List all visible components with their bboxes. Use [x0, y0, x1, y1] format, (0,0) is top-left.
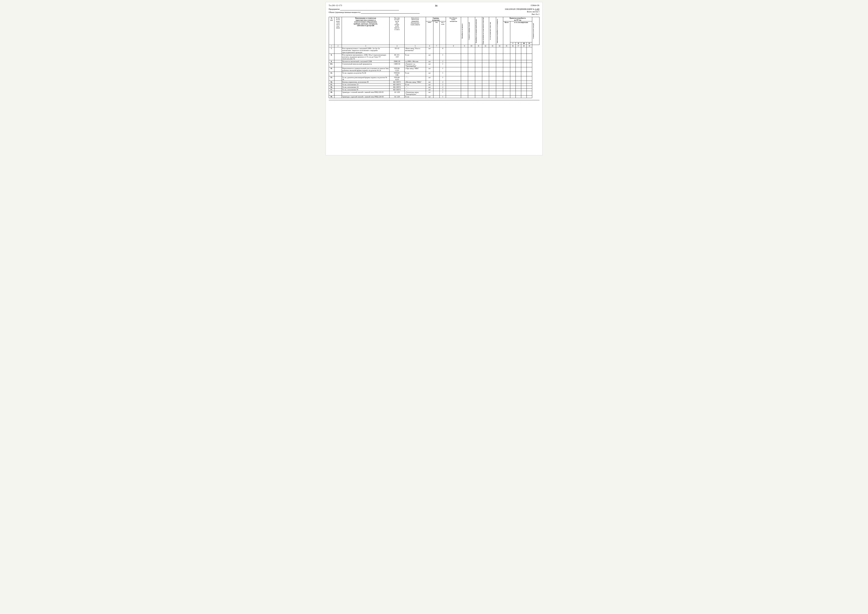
cell-11	[475, 88, 482, 91]
cell-6	[433, 83, 440, 86]
cell-6	[433, 60, 440, 62]
cell-10	[468, 95, 475, 98]
cell-18	[521, 91, 527, 95]
cell-4: То же	[405, 95, 426, 98]
cell-19	[527, 81, 532, 83]
cell-11	[475, 95, 482, 98]
cell-9	[461, 76, 468, 81]
cell-16	[510, 72, 516, 76]
cell-11	[475, 67, 482, 72]
cell-14	[496, 91, 503, 95]
cell-11	[475, 60, 482, 62]
cell-19	[527, 47, 532, 54]
cell-13	[489, 76, 496, 81]
cell-9	[461, 47, 468, 54]
cell-2: То же, исполнение I9	[342, 88, 389, 91]
col-name: Наименование и техническаяхарактеристика…	[342, 17, 389, 45]
cell-17	[516, 67, 521, 72]
cell-16	[510, 81, 516, 83]
col-num: №п/п	[329, 17, 334, 45]
cell-0: I4.	[329, 81, 334, 83]
cell-3: КЕ-ОIIУ3	[389, 88, 405, 91]
cell-0: 7.	[329, 47, 334, 54]
cell-3: ПМЕ-III	[389, 60, 405, 62]
header: Т.п.261-12-173 31 15964-ОS	[329, 4, 539, 7]
cell-8	[446, 60, 461, 62]
cell-5: шт	[426, 54, 433, 60]
cell-4: – " –	[405, 88, 426, 91]
cell-15	[503, 67, 510, 72]
cell-15	[503, 83, 510, 86]
cell-13	[489, 83, 496, 86]
cell-17	[516, 83, 521, 86]
cell-1	[334, 91, 342, 95]
cell-12	[482, 91, 489, 95]
table-row: I4.Кнопка управления, исполнение I8КЕ-ОI…	[329, 81, 539, 83]
cell-13	[489, 95, 496, 98]
cell-17	[516, 88, 521, 91]
cell-15	[503, 47, 510, 54]
cell-14	[496, 67, 503, 72]
cell-7: 2	[440, 88, 446, 91]
cell-17	[516, 95, 521, 98]
col-unit-group: Единицаизмерения	[426, 17, 446, 22]
cell-2: Реле промежуточное с катушкой 220В с 2а+…	[342, 47, 389, 54]
cell-6	[433, 72, 440, 76]
cell-13	[489, 67, 496, 72]
cell-12	[482, 67, 489, 72]
cell-4: г.Москва завод "НВА"	[405, 81, 426, 83]
cell-0: I6.	[329, 86, 334, 88]
enterprise-value	[340, 8, 399, 10]
cell-9	[461, 88, 468, 91]
cell-11	[475, 91, 482, 95]
cell-16	[510, 67, 516, 72]
cell-1	[334, 60, 342, 62]
cell-13	[489, 72, 496, 76]
cell-11	[475, 54, 482, 60]
table-row: I2.То же, надпись на розетке № 46УП53I2-…	[329, 72, 539, 76]
cell-17	[516, 47, 521, 54]
meta-right: ЗАКАЗНАЯ СПЕЦИФИКАЦИЯ № 2-АП Всего листо…	[505, 8, 539, 16]
header-row-1: №п/п № позпо технологсхемеместоуста-новк…	[329, 17, 539, 22]
enterprise-label: Предприятие	[329, 8, 340, 10]
cell-8	[446, 88, 461, 91]
cell-10	[468, 83, 475, 86]
cell-12	[482, 95, 489, 98]
cell-2: Пускатель магнитный с катушкой 220В	[342, 60, 389, 62]
cell-8	[446, 67, 461, 72]
table-row: 7.Реле промежуточное с катушкой 220В с 2…	[329, 47, 539, 54]
col-type: Тип, мар-ка, ката-лог, №черт.матери-ал, …	[389, 17, 405, 45]
cell-5: шт	[426, 86, 433, 88]
spec-title-label: ЗАКАЗНАЯ СПЕЦИФИКАЦИЯ №	[505, 8, 534, 10]
cell-10	[468, 91, 475, 95]
cell-3: ПЭ-2I	[389, 47, 405, 54]
cell-9	[461, 95, 468, 98]
cell-17	[516, 86, 521, 88]
header-left: Т.п.261-12-173	[329, 4, 342, 6]
cell-2: Арматура с зеленой линзой с лампой типа …	[342, 91, 389, 95]
cell-5: шт	[426, 91, 433, 95]
cell-14	[496, 86, 503, 88]
cell-18	[521, 47, 527, 54]
cell-6	[433, 95, 440, 98]
cell-10	[468, 60, 475, 62]
cell-15	[503, 95, 510, 98]
spec-number: 2-АП	[535, 8, 539, 10]
cell-12	[482, 83, 489, 86]
cell-14	[496, 54, 503, 60]
col-demand-group: Принятая потребностьна 197 год	[503, 17, 532, 22]
cell-6	[433, 62, 440, 67]
col-q4: IV	[527, 42, 532, 45]
cell-16	[510, 91, 516, 95]
cell-1	[334, 67, 342, 72]
cell-14	[496, 62, 503, 67]
cell-14	[496, 47, 503, 54]
cell-9	[461, 81, 468, 83]
col-19: Стоимость всего тыс.руб.	[532, 17, 539, 45]
cell-17	[516, 81, 521, 83]
cell-10	[468, 54, 475, 60]
cell-10	[468, 76, 475, 81]
cell-17	[516, 54, 521, 60]
cell-12	[482, 88, 489, 91]
table-row: II.Переключатель универсальный для устан…	[329, 67, 539, 72]
